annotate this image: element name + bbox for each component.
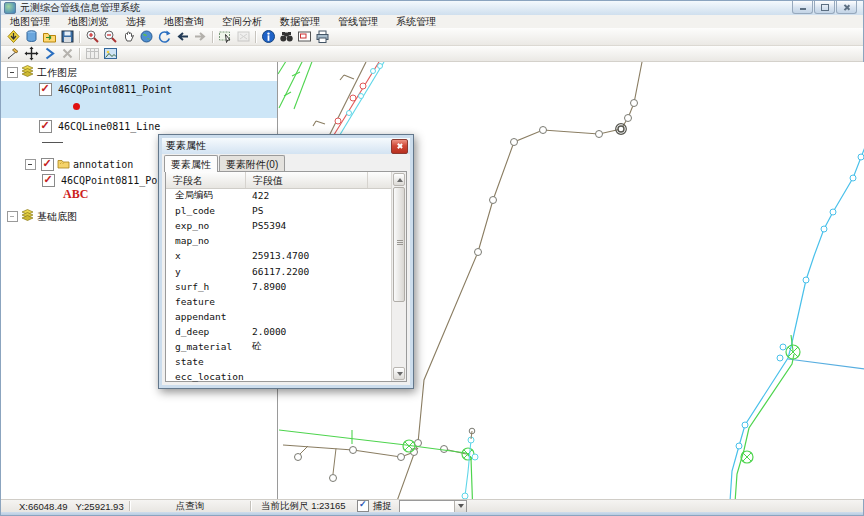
dialog-close-button[interactable] (391, 139, 408, 154)
layer-group-icon (21, 65, 34, 80)
add-data-icon[interactable] (5, 29, 22, 44)
column-field-name[interactable]: 字段名 (166, 172, 246, 188)
table-row[interactable]: exp_noPS5394 (166, 218, 392, 233)
table-row[interactable]: g_material砼 (166, 339, 392, 354)
back-icon[interactable] (174, 29, 191, 44)
table-row[interactable]: y66117.2200 (166, 263, 392, 278)
table-row[interactable]: map_no (166, 233, 392, 248)
tree-root-basemap[interactable]: 基础底图 (7, 209, 77, 224)
delete-feature-icon[interactable] (59, 46, 76, 61)
menu-data-management[interactable]: 数据管理 (271, 15, 329, 28)
table-row[interactable]: state (166, 354, 392, 369)
cyan-pipe-topleft[interactable] (338, 62, 384, 138)
close-button[interactable] (836, 1, 857, 14)
tool-mode-label: 点查询 (130, 500, 250, 512)
zoom-out-icon[interactable] (102, 29, 119, 44)
table-row[interactable]: surf_h7.8900 (166, 279, 392, 294)
maximize-button[interactable] (814, 1, 835, 14)
edit-toolbar (1, 46, 863, 62)
refresh-icon[interactable] (156, 29, 173, 44)
table-row[interactable]: feature (166, 294, 392, 309)
find-binoculars-icon[interactable] (278, 29, 295, 44)
field-value: PS5394 (248, 220, 286, 231)
overview-window-icon[interactable] (296, 29, 313, 44)
menu-map-query[interactable]: 地图查询 (155, 15, 213, 28)
brown-pipe-bottomleft[interactable] (283, 445, 466, 482)
layer-item-point[interactable]: 46CQPoint0811_Point (39, 83, 172, 96)
field-name: x (166, 250, 248, 261)
menu-map-management[interactable]: 地图管理 (1, 15, 59, 28)
snap-checkbox[interactable] (357, 500, 369, 512)
point-label-checkbox[interactable] (42, 174, 55, 187)
field-name: map_no (166, 235, 248, 246)
table-row[interactable]: appendant (166, 309, 392, 324)
dialog-title-bar[interactable]: 要素属性 (162, 138, 410, 154)
menu-system-management[interactable]: 系统管理 (387, 15, 445, 28)
y-coordinate: Y:25921.93 (76, 501, 124, 512)
brown-pipeline-main[interactable] (390, 62, 642, 499)
field-name: feature (166, 296, 248, 307)
collapse-icon[interactable] (7, 211, 18, 222)
scroll-up-button[interactable] (393, 173, 405, 186)
table-row[interactable]: 全局编码422 (166, 188, 392, 203)
sketch-tool-icon[interactable] (5, 46, 22, 61)
menu-pipeline-management[interactable]: 管线管理 (329, 15, 387, 28)
green-pipe-bottom[interactable] (279, 430, 474, 499)
print-icon[interactable] (314, 29, 331, 44)
coordinate-readout: X:66048.49 Y:25921.93 (1, 500, 129, 512)
tab-feature-attributes[interactable]: 要素属性 (164, 155, 218, 172)
field-value: 砼 (248, 340, 262, 353)
direction-arrow-icon[interactable] (41, 46, 58, 61)
collapse-icon[interactable] (7, 67, 18, 78)
layer-line-checkbox[interactable] (39, 120, 52, 133)
column-field-value[interactable]: 字段值 (246, 172, 368, 188)
export-image-icon[interactable] (102, 46, 119, 61)
content-area: 工作图层 46CQPoint0811_Point 46CQLine0811_Li… (1, 62, 863, 499)
cyan-pipe-bottomcenter[interactable] (462, 428, 478, 499)
chevron-down-icon[interactable] (454, 501, 466, 512)
tree-root-working-layers[interactable]: 工作图层 (7, 65, 77, 80)
clear-selection-icon[interactable] (235, 29, 252, 44)
vertical-scrollbar[interactable] (391, 172, 406, 381)
layer-item-annotation[interactable]: annotation (25, 158, 133, 171)
layer-item-line[interactable]: 46CQLine0811_Line (39, 120, 160, 133)
field-name: ecc_location (166, 371, 248, 382)
field-name: d_deep (166, 326, 248, 337)
attribute-table-icon[interactable] (84, 46, 101, 61)
database-icon[interactable] (23, 29, 40, 44)
field-name: appendant (166, 311, 248, 322)
menu-select[interactable]: 选择 (117, 15, 155, 28)
menu-bar: 地图管理 地图浏览 选择 地图查询 空间分析 数据管理 管线管理 系统管理 (1, 15, 863, 29)
green-pipes-topleft[interactable] (278, 62, 313, 109)
table-row[interactable]: ecc_location (166, 369, 392, 384)
move-feature-icon[interactable] (23, 46, 40, 61)
minimize-button[interactable] (792, 1, 813, 14)
pan-icon[interactable] (120, 29, 137, 44)
menu-map-browse[interactable]: 地图浏览 (59, 15, 117, 28)
annotation-checkbox[interactable] (41, 158, 54, 171)
full-extent-globe-icon[interactable] (138, 29, 155, 44)
save-icon[interactable] (59, 29, 76, 44)
snap-layer-combobox[interactable] (399, 500, 467, 513)
tab-feature-attachments[interactable]: 要素附件(0) (219, 155, 285, 172)
x-coordinate: X:66048.49 (19, 501, 68, 512)
collapse-icon[interactable] (25, 159, 36, 170)
select-features-icon[interactable] (217, 29, 234, 44)
scroll-down-button[interactable] (393, 367, 405, 380)
field-name: y (166, 266, 248, 277)
import-data-icon[interactable] (41, 29, 58, 44)
annotation-label: annotation (73, 159, 133, 170)
menu-spatial-analysis[interactable]: 空间分析 (213, 15, 271, 28)
scrollbar-thumb[interactable] (393, 187, 405, 302)
blue-pipeline-right[interactable] (729, 147, 864, 499)
table-row[interactable]: d_deep2.0000 (166, 324, 392, 339)
field-name: 全局编码 (166, 189, 248, 202)
forward-icon[interactable] (192, 29, 209, 44)
table-row[interactable]: x25913.4700 (166, 248, 392, 263)
table-header: 字段名 字段值 (166, 172, 392, 189)
identify-icon[interactable] (260, 29, 277, 44)
layer-point-checkbox[interactable] (39, 83, 52, 96)
table-row[interactable]: pl_codePS (166, 203, 392, 218)
window-bottom-border (1, 512, 863, 515)
zoom-in-icon[interactable] (84, 29, 101, 44)
